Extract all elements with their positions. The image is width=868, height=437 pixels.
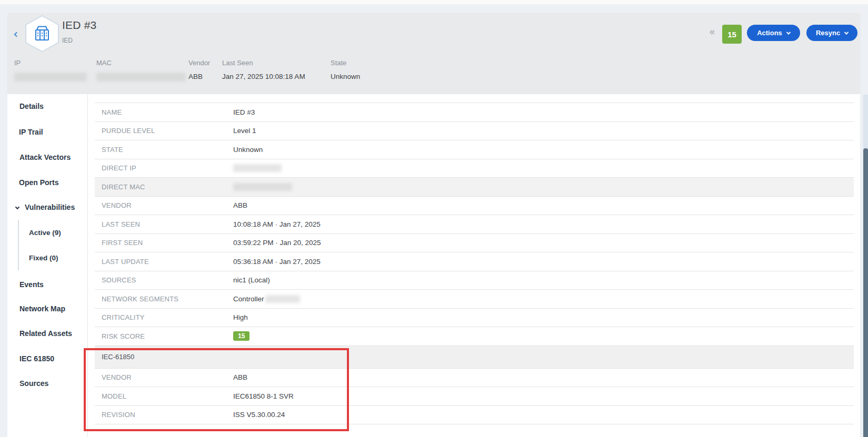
row-label: LAST SEEN — [95, 220, 233, 228]
sidebar-indent-line — [18, 220, 19, 270]
row-label: RISK SCORE — [95, 332, 233, 340]
actions-button-label: Actions — [757, 29, 782, 37]
sidebar-item-iec-61850[interactable]: IEC 61850 — [19, 354, 54, 363]
table-row: FIRST SEEN 03:59:22 PM · Jan 20, 2025 — [95, 233, 854, 252]
ied-device-icon — [26, 16, 58, 51]
row-value: ABB — [233, 373, 247, 381]
sidebar-item-vulnerabilities[interactable]: Vulnerabilities — [16, 203, 75, 211]
row-label: MODEL — [95, 392, 233, 400]
chevron-down-icon — [786, 30, 791, 34]
redacted-network-segment-value — [265, 295, 300, 303]
top-strip — [0, 0, 868, 4]
row-label: PURDUE LEVEL — [95, 127, 233, 135]
asset-type-label: IED — [62, 37, 73, 44]
details-table: NAME IED #3 PURDUE LEVEL Level 1 STATE U… — [95, 103, 854, 424]
sidebar-item-vulnerabilities-active[interactable]: Active (9) — [29, 229, 61, 237]
info-value-ip — [14, 73, 87, 82]
row-label: FIRST SEEN — [95, 239, 233, 247]
row-value: High — [233, 313, 248, 321]
chevron-down-icon — [844, 30, 849, 34]
table-row: NETWORK SEGMENTS Controller — [95, 289, 854, 308]
row-value: 05:36:18 AM · Jan 27, 2025 — [233, 258, 321, 266]
resync-button[interactable]: Resync — [806, 25, 857, 41]
table-row: VENDOR ABB — [95, 196, 854, 215]
row-label: SOURCES — [95, 276, 233, 284]
table-bottom-border — [95, 424, 854, 424]
collapse-panel-button[interactable]: « — [710, 26, 715, 37]
redacted-mac-value — [96, 73, 186, 82]
table-row: DIRECT MAC — [95, 177, 854, 196]
row-label: NETWORK SEGMENTS — [95, 295, 233, 303]
sidebar-item-network-map[interactable]: Network Map — [19, 304, 65, 313]
row-value: 10:08:18 AM · Jan 27, 2025 — [233, 220, 321, 228]
sidebar-item-vulnerabilities-fixed[interactable]: Fixed (0) — [29, 254, 58, 262]
table-row: SOURCES nic1 (Local) — [95, 271, 854, 290]
scrollbar-thumb[interactable] — [863, 148, 868, 437]
actions-button[interactable]: Actions — [747, 25, 800, 41]
row-label: REVISION — [95, 411, 233, 419]
table-row: DIRECT IP — [95, 159, 854, 178]
sidebar-item-sources[interactable]: Sources — [19, 379, 48, 388]
row-value: Unknown — [233, 146, 263, 154]
sidebar-divider — [87, 94, 88, 437]
info-value-mac — [96, 73, 186, 82]
risk-score-badge: 15 — [722, 25, 742, 44]
row-label: DIRECT IP — [95, 164, 233, 172]
row-label: DIRECT MAC — [95, 183, 233, 191]
row-value: nic1 (Local) — [233, 276, 270, 284]
chevron-left-icon — [14, 32, 19, 37]
sidebar-item-related-assets[interactable]: Related Assets — [19, 329, 72, 338]
info-label-state: State — [331, 59, 346, 67]
row-label: NAME — [95, 108, 233, 116]
row-value: ISS V5.30.00.24 — [233, 411, 285, 419]
sidebar-item-events[interactable]: Events — [19, 280, 44, 289]
sidebar-item-details[interactable]: Details — [19, 102, 44, 110]
info-value-state: Unknown — [331, 73, 360, 80]
row-value — [233, 183, 292, 191]
table-row: LAST SEEN 10:08:18 AM · Jan 27, 2025 — [95, 215, 854, 233]
redacted-direct-mac-value — [233, 183, 292, 191]
row-value: Level 1 — [233, 127, 256, 135]
row-label: VENDOR — [95, 201, 233, 209]
info-value-last-seen: Jan 27, 2025 10:08:18 AM — [222, 73, 305, 80]
row-value: IED #3 — [233, 108, 255, 116]
row-label: STATE — [95, 146, 233, 154]
table-row: VENDOR ABB — [95, 368, 854, 387]
row-value: IEC61850 8-1 SVR — [233, 392, 294, 400]
row-value: 15 — [233, 331, 250, 341]
back-button[interactable] — [12, 29, 21, 39]
table-row: MODEL IEC61850 8-1 SVR — [95, 387, 854, 405]
iec-61850-section-header: IEC-61850 — [95, 345, 854, 368]
row-label: CRITICALITY — [95, 313, 233, 321]
page-title: IED #3 — [62, 19, 96, 32]
sidebar-item-attack-vectors[interactable]: Attack Vectors — [19, 153, 71, 161]
table-row: REVISION ISS V5.30.00.24 — [95, 405, 854, 424]
section-title: IEC-61850 — [95, 353, 134, 361]
sidebar-item-ip-trail[interactable]: IP Trail — [19, 128, 43, 136]
network-segment-value: Controller — [233, 295, 264, 303]
resync-button-label: Resync — [816, 29, 840, 37]
table-row: RISK SCORE 15 — [95, 327, 854, 345]
sidebar-item-open-ports[interactable]: Open Ports — [19, 178, 58, 187]
row-value: ABB — [233, 201, 247, 209]
table-row: LAST UPDATE 05:36:18 AM · Jan 27, 2025 — [95, 252, 854, 271]
row-label: VENDOR — [95, 373, 233, 381]
risk-score-value-badge: 15 — [233, 331, 250, 341]
info-value-vendor: ABB — [188, 73, 203, 80]
row-label: LAST UPDATE — [95, 258, 233, 266]
table-row: PURDUE LEVEL Level 1 — [95, 121, 854, 140]
info-label-ip: IP — [14, 59, 21, 67]
info-label-vendor: Vendor — [188, 59, 210, 67]
table-row: STATE Unknown — [95, 140, 854, 159]
row-value: Controller — [233, 295, 300, 303]
chevron-down-icon — [15, 205, 19, 209]
table-row: CRITICALITY High — [95, 308, 854, 327]
row-value — [233, 164, 282, 172]
row-value: 03:59:22 PM · Jan 20, 2025 — [233, 239, 321, 247]
info-label-mac: MAC — [96, 59, 112, 67]
table-row: NAME IED #3 — [95, 103, 854, 121]
info-label-last-seen: Last Seen — [222, 59, 253, 67]
redacted-ip-value — [14, 73, 87, 82]
redacted-direct-ip-value — [233, 164, 282, 172]
